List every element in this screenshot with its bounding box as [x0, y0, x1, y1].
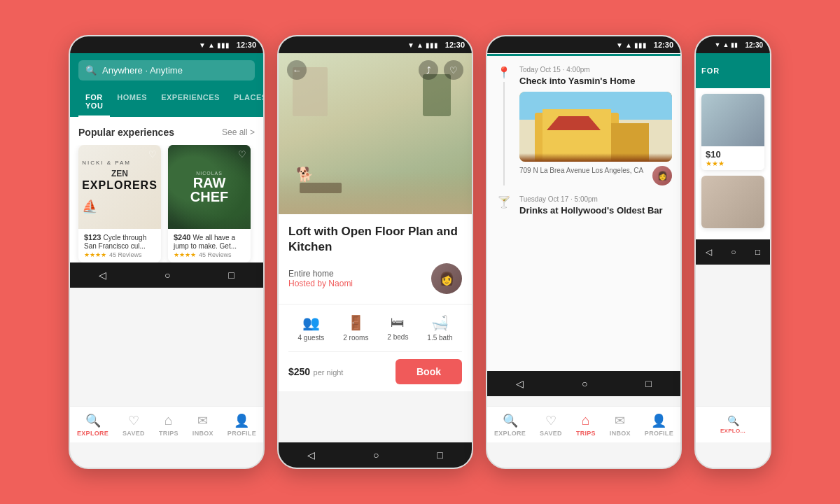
recent-btn-3[interactable]: □: [645, 378, 651, 389]
partial-card-1[interactable]: $10 ★★★: [701, 94, 764, 170]
nav-saved[interactable]: ♡ SAVED: [122, 413, 145, 437]
divider-1: [279, 304, 472, 304]
trip-item-1: 📍 Today Oct 15 · 4:00pm Check into Yasmi…: [496, 66, 672, 186]
partial-stars-1: ★★★: [706, 160, 760, 167]
nav4-explore[interactable]: 🔍 EXPLO...: [720, 415, 746, 434]
raw-reviews: 45 Reviews: [199, 251, 232, 258]
profile-icon: 👤: [234, 413, 249, 428]
phone3-footer-nav: 🔍 EXPLORE ♡ SAVED ⌂ TRIPS ✉ INBOX 👤 PROF…: [487, 406, 680, 442]
cards-row: ♡ NICKI & PAM ZEN EXPLORERS ⛵ $123 Cycle…: [70, 145, 263, 262]
status-bar-1: ▼ ▲ ▮▮▮ 12:30: [70, 36, 263, 53]
wifi-icon-2: ▼: [407, 41, 414, 49]
zen-title-line2: EXPLORERS: [82, 179, 158, 192]
see-all-link[interactable]: See all >: [222, 127, 255, 137]
home-btn-2[interactable]: ○: [373, 449, 379, 461]
back-button[interactable]: ←: [287, 60, 307, 80]
zen-price: $123 Cycle through San Francisco cul...: [84, 233, 155, 250]
signal-icon-4: ▲: [723, 41, 729, 48]
share-button[interactable]: ⤴: [419, 60, 438, 80]
phone4-header-text: FOR: [701, 66, 720, 75]
zen-by: NICKI & PAM: [82, 160, 158, 166]
phone4-body: $10 ★★★: [696, 88, 770, 239]
status-time-3: 12:30: [654, 41, 673, 49]
beds-label: 2 beds: [387, 333, 408, 341]
explore-label: EXPLORE: [77, 430, 108, 437]
home-btn-4[interactable]: ○: [731, 247, 736, 257]
heart-icon-zen[interactable]: ♡: [148, 149, 157, 160]
listing-body: Loft with Open Floor Plan and Kitchen En…: [279, 214, 472, 391]
favorite-button[interactable]: ♡: [444, 60, 463, 80]
inbox-label: INBOX: [192, 430, 214, 437]
back-btn-4[interactable]: ◁: [706, 247, 712, 257]
photo-nav: ← ⤴ ♡: [287, 60, 463, 80]
battery-icon-2: ▮▮▮: [426, 41, 438, 49]
partial-card-2[interactable]: [701, 176, 764, 228]
section-title: Popular experiences: [78, 127, 174, 138]
nav3-profile[interactable]: 👤 PROFILE: [645, 413, 673, 437]
search-icon: 🔍: [85, 65, 97, 76]
host-avatar-icon: 👩: [439, 271, 454, 286]
explore-label-4: EXPLO...: [720, 428, 746, 434]
raw-title-line2: CHEF: [190, 190, 228, 204]
battery-icon-4: ▮▮: [731, 41, 738, 48]
tab-homes[interactable]: HOMES: [110, 88, 154, 117]
raw-stars: ★★★★: [174, 251, 196, 258]
card-raw-chef[interactable]: ♡ NICOLAS RAW CHEF $240 We all have a ju…: [168, 145, 251, 262]
back-btn-1[interactable]: ◁: [99, 270, 106, 281]
partial-card-1-info: $10 ★★★: [701, 146, 764, 170]
trip-image-1[interactable]: [519, 92, 672, 162]
partial-price-1: $10: [706, 149, 760, 160]
trips-label: TRIPS: [159, 430, 178, 437]
nav3-explore[interactable]: 🔍 EXPLORE: [494, 413, 526, 437]
price-book-row: $250 per night Book: [288, 351, 462, 391]
back-btn-2[interactable]: ◁: [307, 449, 315, 461]
home-btn-3[interactable]: ○: [582, 378, 587, 389]
nav-trips[interactable]: ⌂ TRIPS: [159, 412, 178, 437]
price-amount: $250: [288, 366, 310, 377]
calendar-icon: 📍: [497, 66, 511, 79]
search-bar[interactable]: 🔍 Anywhere · Anytime: [78, 60, 255, 80]
status-bar-4: ▼ ▲ ▮▮ 12:30: [696, 36, 770, 53]
trips-icon: ⌂: [164, 412, 173, 428]
trip-address-row: 709 N La Brea Avenue Los Angeles, CA 👩: [519, 166, 672, 186]
tab-experiences[interactable]: EXPERIENCES: [154, 88, 227, 117]
book-button[interactable]: Book: [396, 359, 462, 384]
back-btn-3[interactable]: ◁: [516, 378, 524, 389]
wifi-icon-4: ▼: [715, 41, 721, 48]
nav-profile[interactable]: 👤 PROFILE: [227, 413, 256, 437]
home-btn-1[interactable]: ○: [164, 270, 170, 281]
phone-2-listing: ▼ ▲ ▮▮▮ 12:30 🐕 ← ⤴ ♡: [277, 35, 473, 469]
host-row: Entire home Hosted by Naomi 👩: [288, 263, 462, 294]
explore-icon-3: 🔍: [503, 413, 518, 428]
trip-icon-col-1: 📍: [496, 66, 512, 186]
recent-btn-4[interactable]: □: [755, 247, 760, 257]
partial-card-2-image: [701, 176, 764, 228]
raw-title-line1: RAW: [190, 176, 228, 190]
card-zen-image: ♡ NICKI & PAM ZEN EXPLORERS ⛵: [78, 145, 161, 229]
phone4-header: FOR: [696, 53, 770, 88]
recent-btn-1[interactable]: □: [228, 270, 234, 281]
nav-inbox[interactable]: ✉ INBOX: [192, 413, 214, 437]
nav3-trips[interactable]: ⌂ TRIPS: [576, 412, 596, 437]
signal-icon: ▲: [208, 41, 215, 49]
recent-btn-2[interactable]: □: [437, 449, 442, 461]
phones-container: ▼ ▲ ▮▮▮ 12:30 🔍 Anywhere · Anytime FOR Y…: [55, 21, 785, 483]
nav-explore[interactable]: 🔍 EXPLORE: [77, 413, 108, 437]
trip-content-2: Tuesday Oct 17 · 5:00pm Drinks at Hollyw…: [519, 195, 672, 221]
phone-3-trips: ▼ ▲ ▮▮▮ 12:30 📍 Today Oct 15 · 4:00pm Ch…: [486, 35, 682, 469]
heart-icon-raw[interactable]: ♡: [238, 149, 246, 160]
inbox-label-3: INBOX: [610, 430, 631, 437]
beds-icon: 🛏: [391, 314, 405, 330]
trips-label-3: TRIPS: [576, 430, 596, 437]
nav3-saved[interactable]: ♡ SAVED: [540, 413, 562, 437]
photo-actions: ⤴ ♡: [419, 60, 463, 80]
profile-label: PROFILE: [227, 430, 256, 437]
tab-for-you[interactable]: FOR YOU: [78, 88, 110, 117]
card-zen-explorers[interactable]: ♡ NICKI & PAM ZEN EXPLORERS ⛵ $123 Cycle…: [78, 145, 161, 262]
phone-4-partial: ▼ ▲ ▮▮ 12:30 FOR $10 ★★★: [694, 35, 771, 469]
house-image: [519, 92, 672, 162]
nav3-inbox[interactable]: ✉ INBOX: [610, 413, 631, 437]
trip-line-1: [503, 82, 505, 186]
tabs-row: FOR YOU HOMES EXPERIENCES PLACES: [78, 88, 255, 117]
tab-places[interactable]: PLACES: [227, 88, 265, 117]
